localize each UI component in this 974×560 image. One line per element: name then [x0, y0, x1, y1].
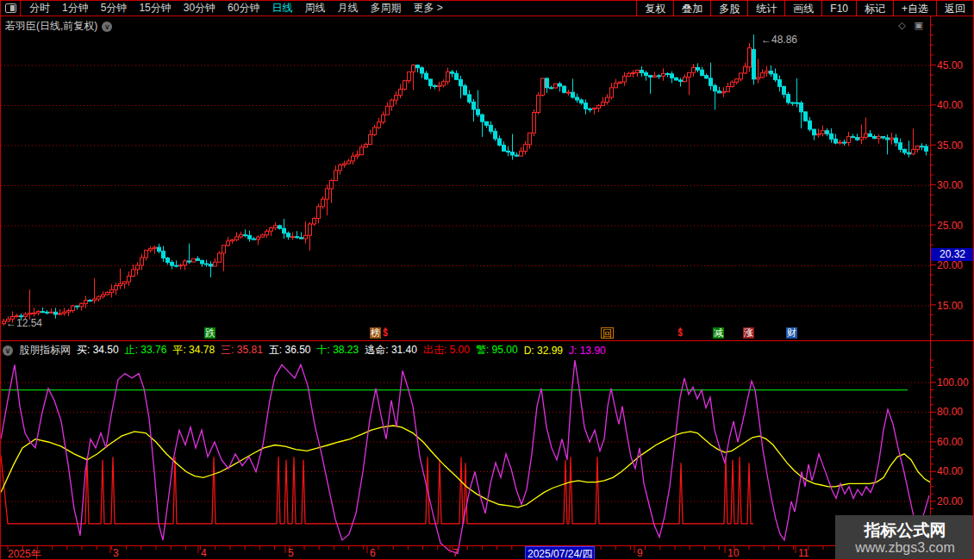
candle-body: [192, 258, 196, 262]
candle-body: [593, 108, 596, 109]
candle-body: [33, 313, 36, 314]
candle-body: [326, 189, 329, 199]
candle-body: [567, 92, 571, 93]
candle-body: [912, 150, 915, 154]
candle-body: [265, 231, 269, 234]
candle-body: [97, 296, 101, 299]
indicator-source: 股朋指标网: [19, 343, 71, 358]
candle-body: [50, 312, 53, 313]
candle-body: [843, 142, 846, 143]
corner-icon-0[interactable]: ◇: [898, 20, 905, 31]
candle-body: [334, 171, 338, 181]
axis-label-25.00: 25.00: [937, 220, 973, 232]
high-price-annotation: ←48.86: [761, 34, 797, 46]
candle-body: [93, 299, 97, 301]
candle-body: [671, 74, 674, 78]
candle-body: [244, 235, 247, 236]
axis-label-20.00: 20.00: [937, 259, 973, 271]
candle-body: [520, 152, 523, 157]
candle-body: [615, 84, 618, 88]
candle-body: [365, 144, 368, 146]
badge-涨: 涨: [743, 327, 754, 339]
candle-body: [395, 96, 398, 101]
axis-label-40.00: 40.00: [937, 99, 973, 111]
candle-body: [692, 67, 696, 72]
corner-icon-1[interactable]: ▣: [915, 20, 923, 31]
candle-body: [222, 246, 226, 253]
candle-body: [313, 219, 316, 224]
chart-title-row: 若羽臣(日线,前复权) ∨: [5, 19, 112, 34]
candle-body: [714, 85, 717, 90]
candle-body: [679, 80, 683, 82]
candle-body: [356, 155, 359, 157]
candle-body: [709, 78, 713, 85]
candle-body: [774, 74, 777, 80]
candle-body: [804, 112, 808, 121]
candle-body: [369, 134, 372, 144]
axis-label-100.00: 100.00: [937, 376, 973, 389]
candle-body: [757, 78, 760, 79]
badge-减: 减: [713, 327, 724, 339]
candle-body: [761, 73, 765, 78]
candle-body: [63, 312, 66, 314]
candle-body: [490, 125, 493, 131]
candle-body: [119, 283, 122, 285]
candle-body: [3, 321, 6, 324]
candle-body: [373, 128, 377, 134]
candle-body: [235, 237, 239, 240]
candle-body: [813, 129, 816, 135]
candle-body: [873, 136, 877, 138]
indicator-value-五: 五: 36.50: [269, 343, 311, 358]
candle-body: [153, 247, 157, 248]
candle-body: [576, 97, 579, 100]
j-line: [1, 360, 929, 553]
candle-body: [533, 113, 536, 134]
candle-body: [330, 181, 334, 189]
candle-body: [425, 73, 428, 79]
candle-body: [317, 207, 321, 219]
candle-body: [132, 270, 135, 277]
candle-body: [507, 151, 510, 152]
candle-body: [877, 136, 881, 138]
candle-body: [748, 48, 752, 67]
date-label-6: 6: [370, 547, 376, 559]
candle-body: [727, 86, 730, 91]
date-label-4: 4: [201, 547, 207, 559]
candle-body: [72, 306, 75, 310]
candle-body: [925, 146, 928, 151]
candle-body: [209, 264, 213, 266]
chevron-down-icon[interactable]: ∨: [102, 22, 112, 32]
candle-body: [908, 152, 911, 154]
candle-body: [451, 72, 454, 73]
candle-body: [666, 73, 670, 74]
candle-body: [158, 247, 161, 252]
candle-body: [830, 134, 834, 139]
date-label-3: 3: [113, 547, 119, 559]
candle-body: [408, 72, 411, 80]
candle-body: [102, 295, 105, 296]
candle-body: [882, 136, 885, 138]
candle-body: [865, 134, 868, 137]
candle-body: [28, 313, 32, 314]
candle-body: [817, 134, 821, 134]
candle-body: [149, 248, 153, 250]
candle-body: [787, 95, 790, 103]
candle-body: [503, 145, 506, 151]
candle-body: [632, 72, 635, 73]
indicator-collapse-icon[interactable]: ∨: [3, 345, 13, 356]
candle-body: [916, 146, 920, 150]
candle-body: [468, 95, 471, 102]
candle-body: [197, 258, 200, 260]
candle-body: [796, 103, 799, 103]
badge-榜: 榜: [370, 327, 381, 339]
candle-body: [184, 261, 187, 265]
candle-body: [921, 146, 924, 147]
candle-body: [821, 131, 825, 134]
date-label-7: 7: [453, 547, 459, 559]
candle-body: [705, 76, 709, 78]
candle-body: [684, 77, 687, 81]
candle-body: [347, 161, 351, 164]
candle-body: [218, 253, 222, 262]
watermark-title: 指标公式网: [865, 521, 946, 540]
candle-body: [834, 139, 838, 143]
